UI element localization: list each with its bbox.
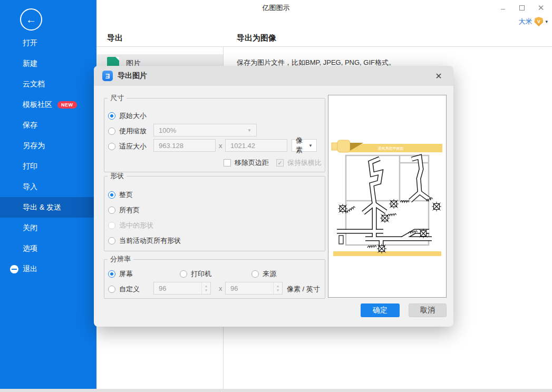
radio-icon <box>108 128 115 135</box>
back-button[interactable]: ← <box>20 8 42 31</box>
sidebar-item-save-as[interactable]: 另存为 <box>0 135 96 156</box>
back-arrow-icon: ← <box>26 14 36 26</box>
radio-custom-dpi[interactable]: 自定义 <box>108 285 140 294</box>
radio-all-pages[interactable]: 所有页 <box>108 205 140 215</box>
cancel-button[interactable]: 取消 <box>409 303 447 317</box>
radio-icon <box>108 143 115 150</box>
radio-printer[interactable]: 打印机 <box>180 269 211 279</box>
radio-selected-shapes: 选中的形状 <box>108 221 153 230</box>
dialog-close-icon[interactable]: ✕ <box>432 70 445 82</box>
user-name: 大米 <box>518 17 532 26</box>
export-preview-panel: 通风系统平面图 <box>328 95 447 298</box>
radio-icon <box>108 237 115 244</box>
maximize-icon <box>519 5 525 11</box>
user-menu[interactable]: 大米 V ▾ <box>518 17 548 26</box>
close-button[interactable]: ✕ <box>535 2 547 14</box>
zoom-select[interactable]: 100% ▼ <box>153 124 257 136</box>
dialog-title: 导出图片 <box>118 71 147 81</box>
sidebar-menu: 打开 新建 云文档 模板社区 NEW 保存 另存为 打印 导入 导出 & 发送 … <box>0 33 96 279</box>
sidebar: ← 打开 新建 云文档 模板社区 NEW 保存 另存为 打印 导入 导出 & 发… <box>0 0 96 389</box>
resolution-group-legend: 分辨率 <box>108 254 133 264</box>
checkbox-icon <box>224 159 231 166</box>
sidebar-item-new[interactable]: 新建 <box>0 53 96 74</box>
sidebar-item-open[interactable]: 打开 <box>0 33 96 53</box>
new-badge: NEW <box>57 101 77 109</box>
dpi-unit-label: 像素 / 英寸 <box>287 285 320 294</box>
vip-badge-icon: V <box>534 17 543 26</box>
radio-fit-size[interactable]: 适应大小 <box>108 142 147 151</box>
sidebar-item-options[interactable]: 选项 <box>0 238 96 259</box>
sidebar-item-export-send[interactable]: 导出 & 发送 <box>0 197 96 218</box>
sidebar-item-exit[interactable]: 退出 <box>0 259 96 279</box>
radio-full-page[interactable]: 整页 <box>108 190 133 200</box>
radio-icon <box>108 207 115 214</box>
radio-icon <box>180 270 187 278</box>
fit-width-input[interactable] <box>153 139 216 152</box>
fit-height-input[interactable] <box>225 139 287 152</box>
sidebar-item-close[interactable]: 关闭 <box>0 218 96 238</box>
times-separator: x <box>219 142 222 150</box>
dropdown-arrow-icon: ▼ <box>308 143 313 148</box>
export-heading: 导出 <box>107 33 123 43</box>
export-image-dialog: Ǝ 导出图片 ✕ 尺寸 原始大小 使用缩放 100% ▼ 适应大小 x 像素 <box>94 66 453 327</box>
preview-diagram: 通风系统平面图 <box>328 95 446 297</box>
radio-active-page-shapes[interactable]: 当前活动页所有形状 <box>108 236 181 246</box>
dpi-x-stepper[interactable]: ▲▼ <box>153 282 211 295</box>
dropdown-arrow-icon: ▼ <box>247 128 251 133</box>
radio-icon <box>108 191 115 199</box>
radio-icon <box>108 270 115 278</box>
radio-icon <box>108 112 115 120</box>
checkbox-checked-icon: ✓ <box>276 159 284 166</box>
unit-select[interactable]: 像素 ▼ <box>292 139 317 152</box>
dialog-header[interactable]: Ǝ 导出图片 ✕ <box>94 66 453 86</box>
sidebar-item-save[interactable]: 保存 <box>0 115 96 135</box>
chevron-down-icon: ▾ <box>545 19 548 24</box>
size-group-legend: 尺寸 <box>108 93 127 103</box>
radio-screen[interactable]: 屏幕 <box>108 269 133 279</box>
minimize-button[interactable]: – <box>497 2 509 14</box>
spinner-icons[interactable]: ▲▼ <box>273 282 282 294</box>
radio-use-zoom[interactable]: 使用缩放 <box>108 126 147 136</box>
radio-original-size[interactable]: 原始大小 <box>108 111 147 121</box>
ok-button[interactable]: 确定 <box>361 303 400 317</box>
edraw-logo-icon: Ǝ <box>102 71 113 81</box>
svg-text:通风系统平面图: 通风系统平面图 <box>378 146 404 151</box>
times-separator: x <box>219 285 222 292</box>
export-as-image-heading: 导出为图像 <box>237 33 276 43</box>
maximize-button[interactable] <box>516 2 528 14</box>
dpi-y-stepper[interactable]: ▲▼ <box>225 282 283 295</box>
shape-group-legend: 形状 <box>108 171 127 181</box>
checkbox-keep-ratio[interactable]: ✓ 保持纵横比 <box>276 158 322 168</box>
window-controls: – ✕ <box>497 2 547 14</box>
radio-source[interactable]: 来源 <box>251 269 276 279</box>
exit-minus-circle-icon <box>10 265 18 273</box>
radio-icon <box>108 222 115 229</box>
sidebar-item-template-community[interactable]: 模板社区 NEW <box>0 94 96 115</box>
header-separator <box>96 46 552 47</box>
radio-icon <box>251 270 259 278</box>
sidebar-item-import[interactable]: 导入 <box>0 177 96 197</box>
window-bottom-strip <box>0 389 552 392</box>
radio-icon <box>108 286 115 293</box>
app-window: 亿图图示 – ✕ 大米 V ▾ 导出 导出为图像 JPG 图片 保存为图片文件，… <box>0 0 552 392</box>
spinner-icons[interactable]: ▲▼ <box>201 282 210 294</box>
checkbox-remove-margin[interactable]: 移除页边距 <box>224 158 269 168</box>
sidebar-item-cloud-docs[interactable]: 云文档 <box>0 74 96 94</box>
sidebar-item-print[interactable]: 打印 <box>0 156 96 177</box>
